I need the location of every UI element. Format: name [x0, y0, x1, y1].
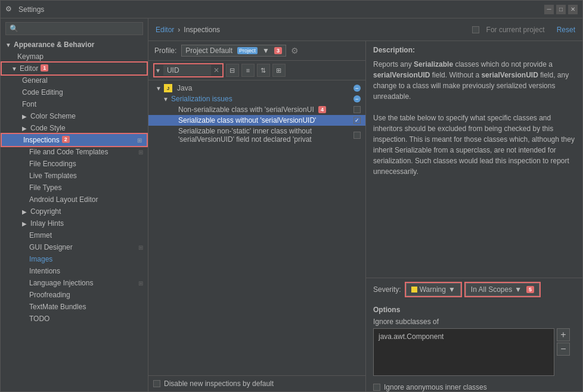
sidebar-item-code-editing[interactable]: Code Editing [1, 86, 148, 98]
window-title: Settings [18, 5, 544, 14]
sort-button[interactable]: ≡ [241, 64, 255, 77]
sidebar-item-copyright[interactable]: ▶ Copyright [1, 206, 148, 217]
sidebar-item-label: Proofreading [29, 291, 70, 299]
tree-item-non-serializable[interactable]: ▶ Non-serializable class with 'serialVer… [148, 104, 365, 115]
sidebar-item-label: Color Scheme [30, 112, 76, 120]
tree-item-non-static[interactable]: ▶ Serializable non-'static' inner class … [148, 126, 365, 145]
sidebar-item-android-layout[interactable]: Android Layout Editor [1, 194, 148, 206]
ignore-anon-row: Ignore anonymous inner classes [366, 383, 582, 391]
sidebar-item-label: Inlay Hints [30, 219, 64, 228]
sidebar-item-inlay-hints[interactable]: ▶ Inlay Hints [1, 217, 148, 229]
dropdown-arrow: ▼ [514, 285, 522, 294]
sidebar-item-code-style[interactable]: ▶ Code Style [1, 122, 148, 134]
bottom-bar: Disable new inspections by default [148, 375, 365, 391]
sidebar-item-label: Copyright [30, 207, 61, 216]
settings-window: ⚙ Settings ─ □ ✕ ▼ Appearance & Behavior… [0, 0, 583, 392]
clear-icon[interactable]: ✕ [211, 65, 222, 76]
item-checkbox[interactable] [353, 117, 361, 124]
sidebar-item-keymap[interactable]: Keymap [1, 51, 148, 63]
sidebar-item-editor[interactable]: ▼ Editor 1 [2, 63, 147, 74]
profile-value: Project Default [185, 46, 232, 55]
inspections-panel: Profile: Project Default Project ▼ 3 ⚙ ▼ [148, 41, 366, 391]
reset-button[interactable]: Reset [557, 26, 575, 34]
bold-serializable: Serializable [414, 60, 453, 69]
sidebar-item-language-injections[interactable]: Language Injections ⊞ [1, 277, 148, 289]
sidebar-item-file-code-templates[interactable]: File and Code Templates ⊞ [1, 146, 148, 158]
tree-actions [353, 132, 361, 139]
sidebar-item-label: Keymap [17, 52, 44, 61]
minimize-button[interactable]: ─ [544, 5, 554, 14]
description-header: Description: [366, 41, 582, 57]
sidebar-item-font[interactable]: Font [1, 98, 148, 110]
sidebar-item-label: Inspections [23, 136, 60, 144]
tree-item-serializable-without[interactable]: ▶ Serializable class without 'serialVers… [148, 115, 365, 126]
minus-action[interactable]: − [353, 95, 361, 102]
severity-value: Warning [420, 285, 446, 294]
profile-label: Profile: [154, 46, 176, 55]
annotation-2: 2 [62, 136, 70, 143]
filter-button[interactable]: ⊟ [226, 64, 239, 77]
maximize-button[interactable]: □ [556, 5, 566, 14]
tree-arrow: ▼ [163, 96, 170, 102]
profile-dropdown[interactable]: Project Default Project ▼ 3 [181, 45, 286, 57]
minus-action[interactable]: − [353, 85, 361, 92]
search-input[interactable] [5, 22, 143, 35]
profile-tag: Project [237, 47, 258, 54]
disable-inspections-label[interactable]: Disable new inspections by default [153, 379, 274, 388]
severity-label: Severity: [373, 285, 401, 294]
breadcrumb-inspections: Inspections [184, 26, 220, 34]
sidebar-item-label: Code Style [30, 124, 66, 132]
search-box[interactable] [1, 18, 148, 39]
sidebar-item-label: File Encodings [29, 160, 76, 168]
sidebar-item-label: General [22, 76, 48, 85]
gear-icon[interactable]: ⚙ [291, 46, 299, 55]
close-button[interactable]: ✕ [568, 5, 578, 14]
sidebar-item-file-encodings[interactable]: File Encodings [1, 158, 148, 170]
disable-checkbox[interactable] [153, 380, 160, 387]
scope-value: In All Scopes [471, 285, 512, 294]
tree-actions [353, 106, 361, 113]
ignore-anon-checkbox[interactable] [373, 384, 380, 391]
sidebar-item-gui-designer[interactable]: GUI Designer ⊞ [1, 241, 148, 253]
sidebar-item-label: File Types [29, 183, 61, 192]
sidebar-item-emmet[interactable]: Emmet [1, 229, 148, 241]
remove-entry-button[interactable]: − [557, 343, 570, 356]
sidebar-item-appearance[interactable]: ▼ Appearance & Behavior [1, 39, 148, 51]
sidebar-item-label: Intentions [29, 267, 60, 275]
severity-dropdown[interactable]: Warning ▼ [406, 283, 461, 296]
sidebar-item-file-types[interactable]: File Types [1, 182, 148, 194]
breadcrumb-editor[interactable]: Editor [156, 26, 174, 34]
title-bar-controls: ─ □ ✕ [544, 5, 578, 14]
header-actions: For current project Reset [472, 26, 575, 34]
sidebar-item-general[interactable]: General [1, 74, 148, 86]
tree-item-serialization[interactable]: ▼ Serialization issues − [148, 94, 365, 104]
uid-search-container: ▼ ✕ [153, 63, 224, 77]
scope-dropdown[interactable]: In All Scopes ▼ 5 [466, 283, 539, 296]
sidebar-item-textmate[interactable]: TextMate Bundles [1, 301, 148, 313]
item-checkbox[interactable] [353, 132, 361, 139]
search-triangle: ▼ [155, 67, 161, 74]
sidebar-item-inspections[interactable]: Inspections 2 ⊞ [2, 134, 147, 146]
sidebar-item-live-templates[interactable]: Live Templates [1, 170, 148, 182]
sidebar-item-intentions[interactable]: Intentions [1, 265, 148, 277]
expand-arrow: ▶ [22, 125, 28, 132]
expand-button[interactable]: ⇅ [257, 64, 270, 77]
sidebar-item-label: Emmet [29, 231, 52, 239]
sidebar-item-proofreading[interactable]: Proofreading [1, 289, 148, 301]
main-body: Profile: Project Default Project ▼ 3 ⚙ ▼ [148, 41, 582, 391]
sidebar-item-images[interactable]: Images [1, 253, 148, 265]
tree-item-label: Serializable non-'static' inner class wi… [178, 127, 353, 144]
search-input-uid[interactable] [163, 65, 211, 76]
sidebar-item-label: Editor [20, 64, 38, 73]
layout-button[interactable]: ⊞ [272, 64, 286, 77]
for-current-label: For current project [486, 26, 545, 34]
tree-item-java[interactable]: ▼ J Java − [148, 83, 365, 94]
add-entry-button[interactable]: + [557, 328, 570, 341]
page-icon: ⊞ [138, 149, 143, 155]
item-checkbox[interactable] [353, 106, 361, 113]
tree-item-label: Serializable class without 'serialVersio… [178, 116, 353, 125]
sidebar-item-todo[interactable]: TODO [1, 313, 148, 325]
sidebar-item-color-scheme[interactable]: ▶ Color Scheme [1, 110, 148, 122]
checkbox-for-current[interactable] [472, 26, 479, 33]
expand-arrow: ▶ [22, 209, 28, 215]
